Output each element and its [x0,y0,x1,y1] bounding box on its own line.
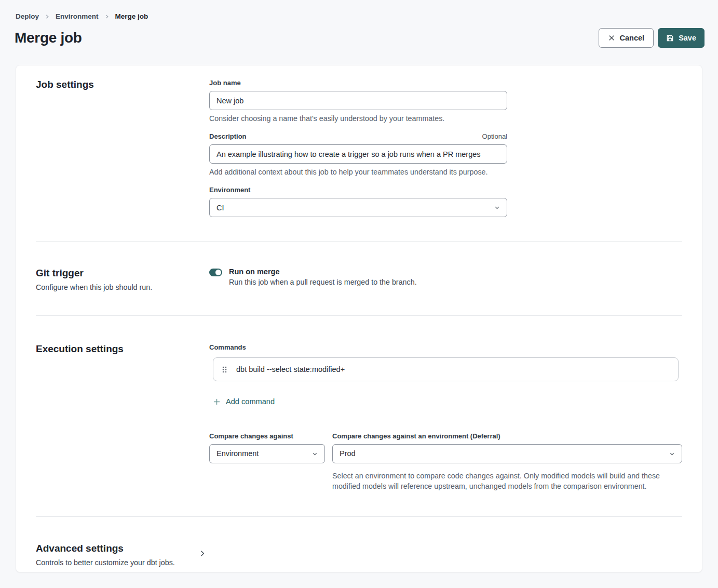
git-trigger-heading: Git trigger [36,268,209,279]
job-settings-card: Job settings Job name Consider choosing … [16,65,702,572]
header-actions: Cancel Save [599,28,705,48]
close-icon [608,34,615,42]
run-on-merge-description: Run this job when a pull request is merg… [229,278,417,286]
breadcrumb: Deploy Environment Merge job [0,0,718,20]
cancel-button-label: Cancel [620,34,645,42]
chevron-down-icon [312,451,318,457]
section-job-settings: Job settings Job name Consider choosing … [36,65,682,241]
page-header: Merge job Cancel Save [0,28,718,48]
page-title: Merge job [15,30,82,46]
add-command-label: Add command [226,397,275,406]
run-on-merge-toggle[interactable] [209,269,222,276]
save-button[interactable]: Save [658,28,705,48]
breadcrumb-deploy[interactable]: Deploy [16,12,39,20]
run-on-merge-row: Run on merge Run this job when a pull re… [209,268,682,286]
description-optional-badge: Optional [482,132,507,140]
job-name-helper: Consider choosing a name that's easily u… [209,114,507,123]
environment-select-value: CI [216,204,224,212]
execution-settings-heading: Execution settings [36,343,209,355]
job-name-input[interactable] [209,91,507,110]
chevron-right-icon [104,14,110,19]
deferral-field: Compare changes against an environment (… [332,432,682,491]
description-input[interactable] [209,144,507,164]
description-helper: Add additional context about this job to… [209,168,507,176]
expand-advanced-chevron-right-icon[interactable] [198,550,206,557]
command-row[interactable]: dbt build --select state:modified+ [213,357,679,381]
cancel-button[interactable]: Cancel [599,28,654,48]
deferral-select-value: Prod [340,449,356,458]
drag-handle-icon[interactable] [222,366,227,373]
commands-label: Commands [209,343,682,351]
chevron-right-icon [45,14,50,19]
compare-row: Compare changes against Environment Comp… [209,432,682,491]
deferral-label: Compare changes against an environment (… [332,432,500,440]
add-command-button[interactable]: Add command [213,397,275,406]
job-name-field: Job name Consider choosing a name that's… [209,79,507,123]
description-field: Description Optional Add additional cont… [209,132,507,176]
compare-against-select[interactable]: Environment [209,444,325,463]
command-text[interactable]: dbt build --select state:modified+ [236,365,345,373]
advanced-settings-heading: Advanced settings [36,543,187,554]
compare-against-field: Compare changes against Environment [209,432,325,491]
plus-icon [213,398,221,406]
job-settings-heading: Job settings [36,79,209,90]
section-advanced-settings: Advanced settings Controls to better cus… [36,517,682,567]
chevron-down-icon [494,205,500,210]
description-label: Description [209,132,247,140]
breadcrumb-environment[interactable]: Environment [56,12,99,20]
advanced-settings-subtext: Controls to better customize your dbt jo… [36,558,187,567]
environment-field: Environment CI [209,186,507,217]
deferral-helper: Select an environment to compare code ch… [332,471,675,491]
compare-against-label: Compare changes against [209,432,293,440]
save-icon [666,34,674,42]
job-name-label: Job name [209,79,241,87]
toggle-knob [215,270,221,275]
breadcrumb-current-merge-job: Merge job [115,12,148,20]
compare-against-select-value: Environment [216,449,259,458]
section-execution-settings: Execution settings Commands dbt build --… [36,316,682,516]
git-trigger-subtext: Configure when this job should run. [36,283,209,291]
environment-select[interactable]: CI [209,198,507,217]
run-on-merge-label: Run on merge [229,268,417,276]
deferral-select[interactable]: Prod [332,444,682,463]
save-button-label: Save [679,34,696,42]
environment-label: Environment [209,186,250,194]
chevron-down-icon [669,451,675,457]
section-git-trigger: Git trigger Configure when this job shou… [36,242,682,315]
